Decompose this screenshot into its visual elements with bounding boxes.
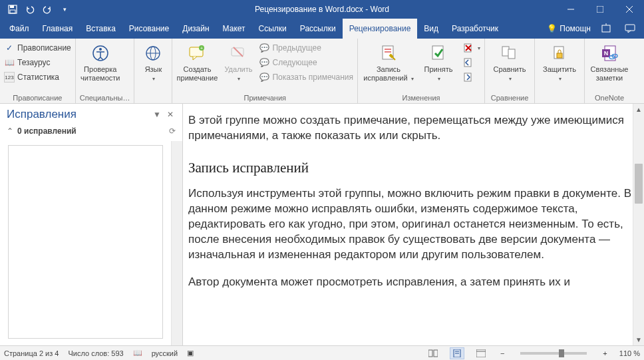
tab-review[interactable]: Рецензирование [343,19,418,39]
reject-button[interactable]: ▾ [463,41,480,55]
group-language: Язык▾ [134,39,172,103]
svg-rect-36 [434,350,438,357]
revisions-count-label: 0 исправлений [17,126,77,136]
next-change-button[interactable] [463,71,480,84]
tab-draw[interactable]: Рисование [122,19,176,39]
revisions-pane-close[interactable]: ✕ [164,108,177,121]
svg-text:N: N [604,50,609,57]
tab-references[interactable]: Ссылки [252,19,293,39]
read-mode-button[interactable] [426,347,440,359]
zoom-slider[interactable] [520,352,587,355]
minimize-button[interactable] [556,0,585,19]
print-layout-button[interactable] [450,347,464,359]
protect-button[interactable]: Защитить▾ [539,41,580,83]
show-comments-button[interactable]: 💬Показать примечания [259,71,353,84]
collapse-icon[interactable]: ⌃ [7,126,13,136]
share-icon[interactable] [597,20,615,37]
previous-comment-button[interactable]: 💬Предыдущее [259,41,353,55]
tab-home[interactable]: Главная [36,19,80,39]
linked-notes-button[interactable]: N Связанные заметки [589,41,630,83]
revisions-pane-title: Исправления [7,108,150,121]
language-button[interactable]: Язык▾ [138,41,168,83]
accessibility-check-button[interactable]: Проверка читаемости [80,41,121,83]
svg-rect-40 [476,349,486,357]
svg-line-18 [234,47,243,57]
zoom-out-button[interactable]: − [498,349,507,357]
tab-file[interactable]: Файл [3,19,36,39]
tab-mailings[interactable]: Рассылки [293,19,343,39]
tab-insert[interactable]: Вставка [79,19,122,39]
compare-button[interactable]: Сравнить▾ [489,41,530,83]
book-icon: 📖 [4,57,15,68]
svg-rect-35 [428,350,432,357]
prev-comment-icon: 💬 [259,43,269,53]
new-comment-button[interactable]: + Создать примечание [176,41,218,83]
revisions-pane-menu[interactable]: ▼ [150,108,164,121]
refresh-icon[interactable]: ⟳ [169,126,176,136]
page-indicator[interactable]: Страница 2 из 4 [4,349,59,357]
accept-button[interactable]: Принять▾ [418,41,459,83]
zoom-thumb[interactable] [559,349,564,357]
statistics-button[interactable]: 123Статистика [4,71,71,84]
maximize-button[interactable] [585,0,615,19]
svg-rect-4 [597,6,603,13]
onenote-icon: N [599,43,620,64]
ribbon-tabs: Файл Главная Вставка Рисование Дизайн Ма… [0,19,644,39]
scroll-down-icon[interactable]: ▼ [633,334,644,345]
tab-developer[interactable]: Разработчик [445,19,505,39]
revisions-scrollbar[interactable] [171,141,182,345]
ribbon: ✓Правописание 📖Тезаурус 123Статистика Пр… [0,39,644,104]
scroll-thumb[interactable] [635,164,643,204]
word-count[interactable]: Число слов: 593 [68,349,123,357]
lock-icon [549,43,570,64]
zoom-in-button[interactable]: + [600,349,609,357]
svg-rect-7 [602,25,610,32]
prev-change-icon [463,57,474,68]
paragraph: Используя инструменты этой группы, можно… [188,186,639,263]
comments-icon[interactable] [621,20,639,37]
window-title: Рецензирование в Word.docx - Word [255,5,389,14]
accessibility-icon [90,43,111,64]
tell-me[interactable]: 💡 Помощн [547,24,591,33]
spelling-button[interactable]: ✓Правописание [4,41,71,55]
qat-customize-icon[interactable]: ▾ [57,2,72,17]
delete-comment-icon [228,43,249,64]
save-icon[interactable] [5,2,20,17]
vertical-scrollbar[interactable]: ▲ ▼ [633,104,644,345]
next-change-icon [463,72,474,83]
accept-icon [428,43,449,64]
paragraph: В этой группе можно создать примечание, … [188,113,639,144]
document-area[interactable]: В этой группе можно создать примечание, … [183,104,644,345]
revisions-list [8,145,163,339]
close-button[interactable] [615,0,644,19]
lightbulb-icon: 💡 [547,24,557,33]
tab-view[interactable]: Вид [417,19,445,39]
undo-icon[interactable] [23,2,37,17]
svg-text:+: + [200,46,203,51]
group-proofing: ✓Правописание 📖Тезаурус 123Статистика Пр… [0,39,76,103]
svg-rect-8 [625,25,635,31]
scroll-up-icon[interactable]: ▲ [633,104,644,115]
zoom-level[interactable]: 110 % [619,349,640,357]
next-comment-button[interactable]: 💬Следующее [259,56,353,69]
language-indicator[interactable]: русский [152,349,178,357]
redo-icon[interactable] [40,2,55,17]
svg-rect-2 [10,10,15,13]
thesaurus-button[interactable]: 📖Тезаурус [4,56,71,69]
delete-comment-button[interactable]: Удалить▾ [220,41,256,83]
macro-status-icon[interactable]: ▣ [187,349,194,357]
tab-layout[interactable]: Макет [216,19,252,39]
globe-icon [142,43,164,64]
web-layout-button[interactable] [474,347,488,359]
previous-change-button[interactable] [463,56,480,69]
track-changes-icon [378,43,399,64]
workarea: Исправления ▼ ✕ ⌃ 0 исправлений ⟳ В этой… [0,104,644,345]
spell-check-status-icon[interactable]: 📖 [133,349,142,357]
abc123-icon: 123 [4,72,15,83]
tab-design[interactable]: Дизайн [176,19,216,39]
group-compare: Сравнить▾ Сравнение [485,39,535,103]
compare-icon [499,43,520,64]
svg-rect-27 [508,49,515,59]
track-changes-button[interactable]: Запись исправлений ▾ [362,41,415,83]
new-comment-icon: + [186,43,208,64]
